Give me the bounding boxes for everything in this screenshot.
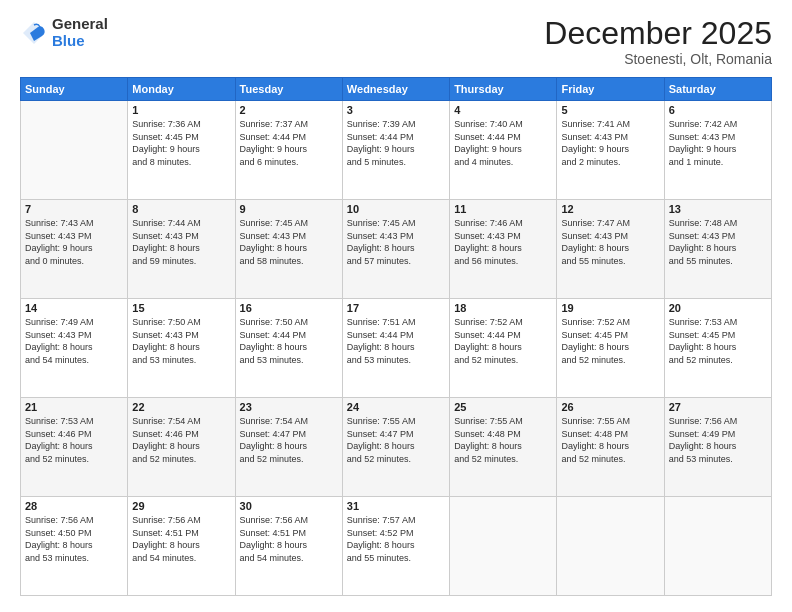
calendar-cell: 25Sunrise: 7:55 AMSunset: 4:48 PMDayligh… <box>450 398 557 497</box>
calendar-cell <box>21 101 128 200</box>
col-thursday: Thursday <box>450 78 557 101</box>
calendar-cell: 28Sunrise: 7:56 AMSunset: 4:50 PMDayligh… <box>21 497 128 596</box>
header: General Blue December 2025 Stoenesti, Ol… <box>20 16 772 67</box>
day-info: Sunrise: 7:51 AMSunset: 4:44 PMDaylight:… <box>347 316 445 366</box>
calendar-cell: 16Sunrise: 7:50 AMSunset: 4:44 PMDayligh… <box>235 299 342 398</box>
day-number: 30 <box>240 500 338 512</box>
day-info: Sunrise: 7:53 AMSunset: 4:45 PMDaylight:… <box>669 316 767 366</box>
calendar-cell <box>557 497 664 596</box>
day-number: 23 <box>240 401 338 413</box>
calendar-cell: 8Sunrise: 7:44 AMSunset: 4:43 PMDaylight… <box>128 200 235 299</box>
day-number: 13 <box>669 203 767 215</box>
day-info: Sunrise: 7:55 AMSunset: 4:48 PMDaylight:… <box>454 415 552 465</box>
day-number: 10 <box>347 203 445 215</box>
day-info: Sunrise: 7:39 AMSunset: 4:44 PMDaylight:… <box>347 118 445 168</box>
day-number: 24 <box>347 401 445 413</box>
day-number: 2 <box>240 104 338 116</box>
day-info: Sunrise: 7:47 AMSunset: 4:43 PMDaylight:… <box>561 217 659 267</box>
day-info: Sunrise: 7:57 AMSunset: 4:52 PMDaylight:… <box>347 514 445 564</box>
day-info: Sunrise: 7:48 AMSunset: 4:43 PMDaylight:… <box>669 217 767 267</box>
day-number: 4 <box>454 104 552 116</box>
calendar-cell: 23Sunrise: 7:54 AMSunset: 4:47 PMDayligh… <box>235 398 342 497</box>
logo-text: General Blue <box>52 16 108 49</box>
calendar-cell: 6Sunrise: 7:42 AMSunset: 4:43 PMDaylight… <box>664 101 771 200</box>
day-info: Sunrise: 7:50 AMSunset: 4:43 PMDaylight:… <box>132 316 230 366</box>
day-number: 12 <box>561 203 659 215</box>
day-number: 7 <box>25 203 123 215</box>
day-number: 31 <box>347 500 445 512</box>
day-number: 3 <box>347 104 445 116</box>
day-number: 6 <box>669 104 767 116</box>
calendar-table: Sunday Monday Tuesday Wednesday Thursday… <box>20 77 772 596</box>
calendar-cell: 18Sunrise: 7:52 AMSunset: 4:44 PMDayligh… <box>450 299 557 398</box>
day-number: 28 <box>25 500 123 512</box>
col-sunday: Sunday <box>21 78 128 101</box>
day-number: 18 <box>454 302 552 314</box>
calendar-cell <box>450 497 557 596</box>
calendar-cell: 17Sunrise: 7:51 AMSunset: 4:44 PMDayligh… <box>342 299 449 398</box>
day-info: Sunrise: 7:56 AMSunset: 4:51 PMDaylight:… <box>240 514 338 564</box>
title-block: December 2025 Stoenesti, Olt, Romania <box>544 16 772 67</box>
calendar-cell: 1Sunrise: 7:36 AMSunset: 4:45 PMDaylight… <box>128 101 235 200</box>
calendar-cell: 10Sunrise: 7:45 AMSunset: 4:43 PMDayligh… <box>342 200 449 299</box>
col-friday: Friday <box>557 78 664 101</box>
calendar-cell: 29Sunrise: 7:56 AMSunset: 4:51 PMDayligh… <box>128 497 235 596</box>
calendar-cell: 4Sunrise: 7:40 AMSunset: 4:44 PMDaylight… <box>450 101 557 200</box>
calendar-cell: 21Sunrise: 7:53 AMSunset: 4:46 PMDayligh… <box>21 398 128 497</box>
day-number: 15 <box>132 302 230 314</box>
calendar-cell: 9Sunrise: 7:45 AMSunset: 4:43 PMDaylight… <box>235 200 342 299</box>
day-info: Sunrise: 7:46 AMSunset: 4:43 PMDaylight:… <box>454 217 552 267</box>
calendar-cell: 26Sunrise: 7:55 AMSunset: 4:48 PMDayligh… <box>557 398 664 497</box>
day-info: Sunrise: 7:52 AMSunset: 4:44 PMDaylight:… <box>454 316 552 366</box>
day-number: 27 <box>669 401 767 413</box>
day-number: 21 <box>25 401 123 413</box>
calendar-cell: 15Sunrise: 7:50 AMSunset: 4:43 PMDayligh… <box>128 299 235 398</box>
day-number: 26 <box>561 401 659 413</box>
day-info: Sunrise: 7:53 AMSunset: 4:46 PMDaylight:… <box>25 415 123 465</box>
day-info: Sunrise: 7:56 AMSunset: 4:49 PMDaylight:… <box>669 415 767 465</box>
day-info: Sunrise: 7:40 AMSunset: 4:44 PMDaylight:… <box>454 118 552 168</box>
calendar-cell: 22Sunrise: 7:54 AMSunset: 4:46 PMDayligh… <box>128 398 235 497</box>
day-info: Sunrise: 7:41 AMSunset: 4:43 PMDaylight:… <box>561 118 659 168</box>
calendar-cell: 12Sunrise: 7:47 AMSunset: 4:43 PMDayligh… <box>557 200 664 299</box>
col-saturday: Saturday <box>664 78 771 101</box>
day-info: Sunrise: 7:36 AMSunset: 4:45 PMDaylight:… <box>132 118 230 168</box>
day-info: Sunrise: 7:56 AMSunset: 4:51 PMDaylight:… <box>132 514 230 564</box>
day-number: 17 <box>347 302 445 314</box>
calendar-week-row: 28Sunrise: 7:56 AMSunset: 4:50 PMDayligh… <box>21 497 772 596</box>
day-info: Sunrise: 7:54 AMSunset: 4:47 PMDaylight:… <box>240 415 338 465</box>
day-info: Sunrise: 7:49 AMSunset: 4:43 PMDaylight:… <box>25 316 123 366</box>
calendar-cell: 5Sunrise: 7:41 AMSunset: 4:43 PMDaylight… <box>557 101 664 200</box>
logo-icon <box>20 19 48 47</box>
calendar-week-row: 7Sunrise: 7:43 AMSunset: 4:43 PMDaylight… <box>21 200 772 299</box>
calendar-cell: 20Sunrise: 7:53 AMSunset: 4:45 PMDayligh… <box>664 299 771 398</box>
day-number: 9 <box>240 203 338 215</box>
day-info: Sunrise: 7:42 AMSunset: 4:43 PMDaylight:… <box>669 118 767 168</box>
day-info: Sunrise: 7:50 AMSunset: 4:44 PMDaylight:… <box>240 316 338 366</box>
day-info: Sunrise: 7:54 AMSunset: 4:46 PMDaylight:… <box>132 415 230 465</box>
month-title: December 2025 <box>544 16 772 51</box>
calendar-cell: 24Sunrise: 7:55 AMSunset: 4:47 PMDayligh… <box>342 398 449 497</box>
day-number: 11 <box>454 203 552 215</box>
day-number: 25 <box>454 401 552 413</box>
day-number: 20 <box>669 302 767 314</box>
day-number: 29 <box>132 500 230 512</box>
day-info: Sunrise: 7:37 AMSunset: 4:44 PMDaylight:… <box>240 118 338 168</box>
page: General Blue December 2025 Stoenesti, Ol… <box>0 0 792 612</box>
calendar-week-row: 21Sunrise: 7:53 AMSunset: 4:46 PMDayligh… <box>21 398 772 497</box>
calendar-cell: 3Sunrise: 7:39 AMSunset: 4:44 PMDaylight… <box>342 101 449 200</box>
calendar-cell <box>664 497 771 596</box>
day-info: Sunrise: 7:43 AMSunset: 4:43 PMDaylight:… <box>25 217 123 267</box>
calendar-cell: 30Sunrise: 7:56 AMSunset: 4:51 PMDayligh… <box>235 497 342 596</box>
calendar-week-row: 1Sunrise: 7:36 AMSunset: 4:45 PMDaylight… <box>21 101 772 200</box>
location: Stoenesti, Olt, Romania <box>544 51 772 67</box>
col-monday: Monday <box>128 78 235 101</box>
day-info: Sunrise: 7:55 AMSunset: 4:47 PMDaylight:… <box>347 415 445 465</box>
calendar-cell: 31Sunrise: 7:57 AMSunset: 4:52 PMDayligh… <box>342 497 449 596</box>
day-info: Sunrise: 7:52 AMSunset: 4:45 PMDaylight:… <box>561 316 659 366</box>
calendar-cell: 14Sunrise: 7:49 AMSunset: 4:43 PMDayligh… <box>21 299 128 398</box>
calendar-cell: 7Sunrise: 7:43 AMSunset: 4:43 PMDaylight… <box>21 200 128 299</box>
logo: General Blue <box>20 16 108 49</box>
logo-blue-text: Blue <box>52 33 108 50</box>
calendar-cell: 19Sunrise: 7:52 AMSunset: 4:45 PMDayligh… <box>557 299 664 398</box>
